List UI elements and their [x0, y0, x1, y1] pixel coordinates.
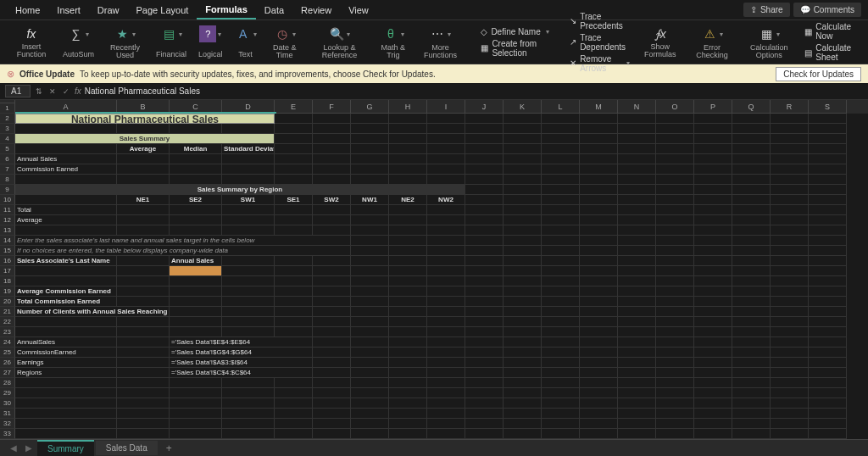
cell-N28[interactable]	[618, 388, 656, 398]
cell-R23[interactable]	[771, 337, 809, 348]
cell-E21[interactable]	[275, 317, 313, 327]
cell-K17[interactable]	[504, 276, 542, 286]
cell-P13[interactable]	[694, 236, 732, 246]
row-header-17[interactable]: 17	[0, 266, 15, 276]
cell-B26[interactable]	[117, 368, 170, 378]
cell-J16[interactable]	[465, 266, 504, 276]
cell-C25[interactable]: ='Sales Data'!$A$3:$I$64	[170, 358, 313, 368]
cell-S23[interactable]	[809, 337, 847, 348]
cell-P21[interactable]	[694, 317, 732, 327]
cell-F16[interactable]	[313, 266, 351, 276]
cell-K18[interactable]	[504, 286, 542, 297]
cell-C18[interactable]	[170, 286, 222, 297]
cell-N26[interactable]	[618, 368, 656, 378]
cell-C11[interactable]	[170, 215, 222, 225]
cell-S8[interactable]	[809, 185, 847, 195]
cell-O1[interactable]	[656, 114, 694, 124]
cell-H2[interactable]	[389, 124, 427, 134]
cell-F29[interactable]	[313, 398, 351, 409]
cell-A24[interactable]: CommissionEarned	[15, 348, 117, 358]
cell-R12[interactable]	[771, 225, 809, 236]
cell-M18[interactable]	[580, 286, 618, 297]
cell-C20[interactable]	[170, 307, 222, 317]
cell-R2[interactable]	[771, 124, 809, 134]
cell-E9[interactable]: SE1	[275, 195, 313, 205]
row-header-14[interactable]: 14	[0, 236, 15, 246]
cell-E22[interactable]	[275, 327, 313, 337]
tab-draw[interactable]: Draw	[89, 2, 128, 19]
cell-H27[interactable]	[389, 378, 427, 388]
cell-H1[interactable]	[389, 114, 427, 124]
cell-O4[interactable]	[656, 144, 694, 154]
cell-R18[interactable]	[771, 286, 809, 297]
cell-S16[interactable]	[809, 266, 847, 276]
cell-B9[interactable]: NE1	[117, 195, 170, 205]
cell-Q4[interactable]	[732, 144, 771, 154]
cell-S12[interactable]	[809, 225, 847, 236]
cell-C2[interactable]	[170, 124, 222, 134]
cell-Q18[interactable]	[732, 286, 771, 297]
cell-O5[interactable]	[656, 154, 694, 164]
cell-L10[interactable]	[542, 205, 580, 215]
cell-E3[interactable]	[275, 134, 313, 144]
cell-M30[interactable]	[580, 409, 618, 419]
cell-N30[interactable]	[618, 409, 656, 419]
cell-A26[interactable]: Regions	[15, 368, 117, 378]
cell-S10[interactable]	[809, 205, 847, 215]
cell-Q26[interactable]	[732, 368, 771, 378]
cell-Q13[interactable]	[732, 236, 771, 246]
cell-F21[interactable]	[313, 317, 351, 327]
cell-F23[interactable]	[313, 337, 351, 348]
cell-F26[interactable]	[313, 368, 351, 378]
cell-P5[interactable]	[694, 154, 732, 164]
cell-Q12[interactable]	[732, 225, 771, 236]
cell-F30[interactable]	[313, 409, 351, 419]
cell-J6[interactable]	[465, 164, 504, 175]
cell-C5[interactable]	[170, 154, 222, 164]
cell-D22[interactable]	[222, 327, 275, 337]
cell-A17[interactable]	[15, 276, 117, 286]
cell-M25[interactable]	[580, 358, 618, 368]
cell-P18[interactable]	[694, 286, 732, 297]
cell-O27[interactable]	[656, 378, 694, 388]
cell-S14[interactable]	[809, 246, 847, 256]
cell-O9[interactable]	[656, 195, 694, 205]
cell-E12[interactable]	[275, 225, 313, 236]
cell-E1[interactable]	[275, 114, 313, 124]
cell-K19[interactable]	[504, 297, 542, 307]
cell-J23[interactable]	[465, 337, 504, 348]
cell-M20[interactable]	[580, 307, 618, 317]
cell-K22[interactable]	[504, 327, 542, 337]
cell-R22[interactable]	[771, 327, 809, 337]
cell-L18[interactable]	[542, 286, 580, 297]
cell-C29[interactable]	[170, 398, 222, 409]
cell-M4[interactable]	[580, 144, 618, 154]
cell-J19[interactable]	[465, 297, 504, 307]
cell-O11[interactable]	[656, 215, 694, 225]
cell-D11[interactable]	[222, 215, 275, 225]
cell-N24[interactable]	[618, 348, 656, 358]
cell-Q1[interactable]	[732, 114, 771, 124]
cell-N20[interactable]	[618, 307, 656, 317]
cell-P20[interactable]	[694, 307, 732, 317]
cell-J27[interactable]	[465, 378, 504, 388]
recently-used-button[interactable]: ★▾ Recently Used	[101, 24, 149, 60]
cell-C9[interactable]: SE2	[170, 195, 222, 205]
info-close-icon[interactable]: ⊗	[7, 69, 14, 80]
cell-M13[interactable]	[580, 236, 618, 246]
cell-Q14[interactable]	[732, 246, 771, 256]
cell-C6[interactable]	[170, 164, 222, 175]
cell-B2[interactable]	[117, 124, 170, 134]
cell-F11[interactable]	[313, 215, 351, 225]
cell-K12[interactable]	[504, 225, 542, 236]
cell-I2[interactable]	[427, 124, 465, 134]
cell-K8[interactable]	[504, 185, 542, 195]
cell-B7[interactable]	[117, 175, 170, 185]
cell-M1[interactable]	[580, 114, 618, 124]
cell-K14[interactable]	[504, 246, 542, 256]
cell-O31[interactable]	[656, 419, 694, 429]
cell-G28[interactable]	[351, 388, 389, 398]
cell-H29[interactable]	[389, 398, 427, 409]
cell-B19[interactable]	[117, 297, 170, 307]
row-header-8[interactable]: 8	[0, 175, 15, 185]
